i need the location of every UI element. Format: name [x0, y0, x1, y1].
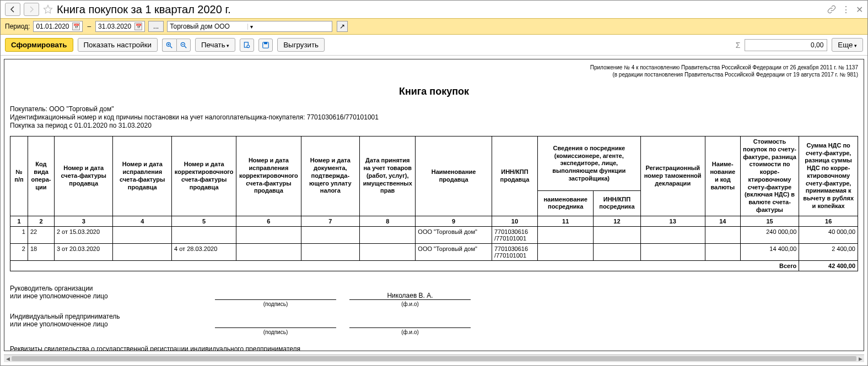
scroll-left-icon[interactable]: ◀ [4, 355, 12, 363]
date-to-field[interactable]: 📅 [95, 21, 145, 32]
sig-director-line1: Руководитель организации [10, 285, 208, 292]
org-open-button[interactable]: ↗ [337, 21, 348, 32]
search-plus-icon [165, 41, 173, 49]
total-row: Всего 42 400,00 [10, 260, 858, 271]
more-menu-icon[interactable]: ⋮ [842, 4, 850, 15]
calendar-from-icon[interactable]: 📅 [72, 23, 80, 30]
chevron-down-icon[interactable]: ▾ [247, 24, 330, 30]
th-5: Номер и дата корректировоч­ного счета-фа… [172, 136, 236, 216]
th-2: Код вида опера­ции [28, 136, 54, 216]
print-button[interactable]: Печать [195, 38, 235, 52]
close-icon[interactable]: ✕ [856, 4, 863, 15]
arrow-right-icon [28, 6, 35, 13]
th-4: Номер и дата исправления счета-фактуры п… [113, 136, 172, 216]
date-from-field[interactable]: 📅 [33, 21, 83, 32]
zoom-out-button[interactable] [176, 39, 191, 52]
sig-name-line1: Николаев В. А. [349, 292, 471, 300]
titlebar: Книга покупок за 1 квартал 2020 г. ⋮ ✕ [1, 1, 867, 18]
svg-line-5 [185, 46, 187, 48]
buyer-line: Покупатель: ООО "Торговый дом" [10, 105, 858, 113]
th-15: Стоимость покупок по счету-фактуре, разн… [740, 136, 799, 216]
svg-line-1 [170, 46, 172, 48]
th-8: Дата принятия на учет товаров (работ, ус… [360, 136, 416, 216]
annex-line-1: Приложение № 4 к постановлению Правитель… [10, 64, 858, 71]
annex-line-2: (в редакции постановления Правительства … [10, 71, 858, 78]
sigma-icon: Σ [736, 41, 741, 50]
total-sum-field[interactable]: 0,00 [745, 39, 827, 51]
page-title: Книга покупок за 1 квартал 2020 г. [57, 3, 824, 16]
th-13: Регистрационный номер таможенной деклара… [640, 136, 705, 216]
report-title: Книга покупок [10, 86, 858, 97]
more-button[interactable]: Еще [832, 38, 863, 52]
horizontal-scrollbar[interactable]: ◀ ▶ [4, 354, 864, 362]
date-from-input[interactable] [36, 23, 72, 30]
export-button[interactable]: Выгрузить [277, 38, 325, 52]
table-row[interactable]: 1 22 2 от 15.03.2020 ООО "Торговый дом" … [10, 226, 858, 243]
sig-director-line2: или иное уполномоченное лицо [10, 292, 208, 300]
th-11-group: Сведения о посреднике (комиссионере, аге… [538, 136, 641, 191]
th-1: № п/п [10, 136, 28, 216]
generate-button[interactable]: Сформировать [5, 38, 73, 52]
search-minus-icon [180, 41, 187, 49]
th-11: наименование посредника [538, 191, 594, 216]
page-preview-icon [243, 41, 251, 49]
th-6: Номер и дата исправления корректировоч­н… [236, 136, 301, 216]
signatures-block: Руководитель организации или иное уполно… [10, 285, 858, 352]
org-select[interactable]: Торговый дом ООО ▾ [167, 21, 332, 32]
report-viewport[interactable]: Приложение № 4 к постановлению Правитель… [4, 59, 864, 351]
period-line: Покупка за период с 01.01.2020 по 31.03.… [10, 122, 858, 129]
nav-back-button[interactable] [5, 3, 20, 16]
link-icon[interactable] [827, 5, 836, 14]
th-10: ИНН/КПП продавца [492, 136, 537, 216]
app-window: Книга покупок за 1 квартал 2020 г. ⋮ ✕ П… [0, 0, 868, 366]
sig-name-line2 [349, 327, 471, 328]
save-icon [262, 41, 269, 49]
sig-sign-line1 [215, 299, 336, 300]
sig-ip-line2: или иное уполномоченное лицо [10, 320, 208, 328]
period-picker-button[interactable]: ... [148, 21, 164, 32]
th-3: Номер и дата счета-фактуры продавца [54, 136, 113, 216]
inn-kpp-line: Идентификационный номер и код причины по… [10, 113, 858, 121]
arrow-left-icon [9, 6, 16, 13]
date-to-input[interactable] [98, 23, 134, 30]
purchase-book-table: № п/п Код вида опера­ции Номер и дата сч… [10, 136, 858, 271]
org-value: Торговый дом ООО [170, 23, 247, 30]
th-16: Сумма НДС по счету-фактуре, разница сумм… [799, 136, 858, 216]
sig-ip-line1: Индивидуальный предприниматель [10, 313, 208, 320]
save-button[interactable] [258, 39, 273, 52]
period-bar: Период: 📅 – 📅 ... Торговый дом ООО ▾ ↗ [1, 18, 867, 35]
th-14: Наиме­нование и код валюты [705, 136, 740, 216]
table-row[interactable]: 2 18 3 от 20.03.2020 4 от 28.03.2020 ООО… [10, 243, 858, 260]
scrollbar-thumb[interactable] [12, 356, 856, 361]
toolbar: Сформировать Показать настройки Печать В… [1, 35, 867, 56]
th-12: ИНН/КПП посредника [594, 191, 640, 216]
nav-forward-button[interactable] [24, 3, 39, 16]
period-label: Период: [5, 23, 30, 30]
zoom-in-button[interactable] [162, 39, 176, 52]
rekv-label: Реквизиты свидетельства о государственно… [10, 345, 319, 352]
th-9: Наименование продавца [416, 136, 492, 216]
sig-sign-line2 [215, 327, 336, 328]
preview-button[interactable] [240, 39, 254, 52]
th-7: Номер и дата документа, подтвержда­ющего… [301, 136, 360, 216]
calendar-to-icon[interactable]: 📅 [134, 23, 142, 30]
scroll-right-icon[interactable]: ▶ [856, 355, 864, 363]
show-settings-button[interactable]: Показать настройки [78, 38, 158, 52]
svg-point-8 [247, 45, 250, 48]
svg-rect-10 [264, 42, 267, 44]
favorite-icon[interactable] [42, 4, 53, 15]
